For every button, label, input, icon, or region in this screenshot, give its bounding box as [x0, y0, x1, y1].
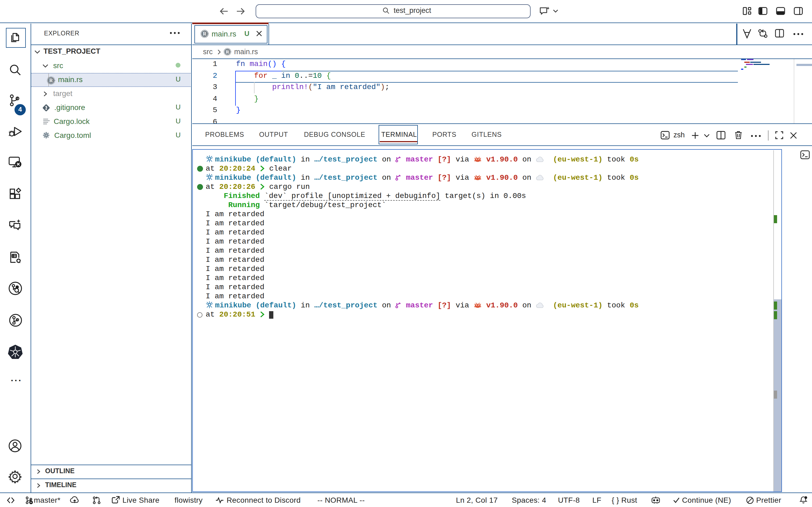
- svg-text:R: R: [203, 31, 206, 36]
- svg-text:R: R: [226, 49, 229, 54]
